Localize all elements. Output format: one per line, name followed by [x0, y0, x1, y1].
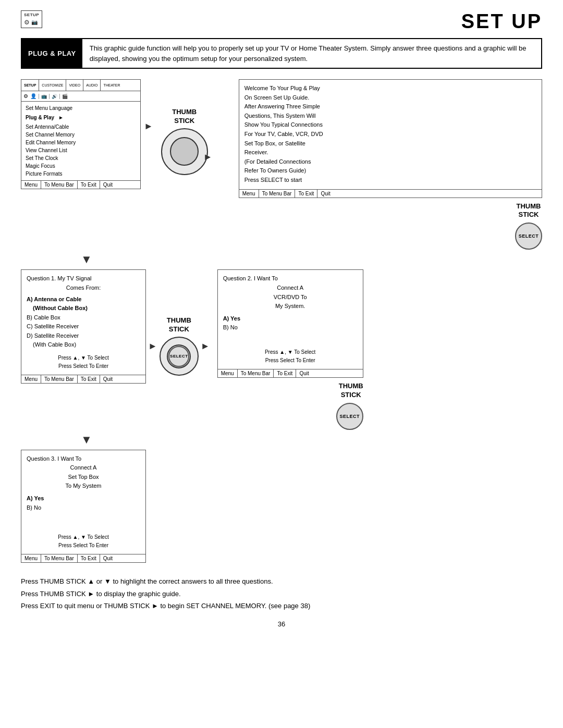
arrow-from-thumbstick: ► [203, 152, 213, 163]
select-btn-3[interactable]: SELECT [336, 403, 363, 430]
down-arrow-1: ▼ [81, 254, 92, 265]
tab-theater: THEATER [101, 80, 123, 91]
thumbstick-3-select[interactable]: SELECT [168, 346, 189, 367]
q3-subtitle2: Set Top Box [27, 473, 140, 482]
q3-instructions: Press ▲, ▼ To Select Press Select To Ent… [27, 533, 140, 550]
q3-title: Question 3. I Want To [27, 454, 140, 464]
menu-item-antenna: Set Antenna/Cable [26, 123, 136, 131]
question1-panel-area: Question 1. My TV Signal Comes From: A) … [21, 269, 146, 384]
q3-subtitle3: To My System [27, 482, 140, 491]
thumbstick-1-circle [161, 128, 208, 175]
bottom-line-3: Press EXIT to quit menu or THUMB STICK ►… [21, 600, 542, 612]
q3-subtitle: Connect A [27, 463, 140, 473]
q1-footer-toexit: To Exit [78, 375, 100, 383]
q3-footer-tomenubar: To Menu Bar [41, 554, 78, 562]
q1-subtitle: Comes From: [27, 283, 140, 293]
thumbstick-1-area: THUMB STICK ► [156, 108, 213, 163]
q1-d-note: (With Cable Box) [27, 340, 140, 350]
welcome-box-area: Welcome To Your Plug & Play On Screen Se… [239, 79, 542, 250]
welcome-footer: Menu To Menu Bar To Exit Quit [239, 189, 542, 198]
bottom-line-2: Press THUMB STICK ► to display the graph… [21, 588, 542, 600]
q1-a: A) Antenna or Cable [27, 295, 140, 304]
q2-subtitle2: VCR/DVD To [223, 293, 358, 302]
row-3: Question 3. I Want To Connect A Set Top … [21, 450, 542, 563]
screen-panel-1: SETUP CUSTOMIZE VIDEO AUDIO THEATER ⚙ 👤 … [21, 79, 141, 189]
thumbstick-2-area: THUMB STICK SELECT [515, 202, 542, 250]
select-btn-1[interactable]: SELECT [515, 223, 542, 250]
menu-item-channel-memory: Set Channel Memory [26, 131, 136, 139]
arrow-to-thumbstick-1: ► [141, 121, 156, 132]
question2-panel: Question 2. I Want To Connect A VCR/DVD … [217, 269, 363, 378]
down-arrow-2: ▼ [81, 434, 92, 446]
menu-item-clock: Set The Clock [26, 154, 136, 162]
q1-a-note: (Without Cable Box) [27, 304, 140, 313]
thumbstick-1-label: THUMB STICK [172, 108, 197, 126]
thumbstick-3-connector: ► THUMB STICK SELECT ► [146, 316, 212, 376]
thumbstick-4-area: THUMB STICK SELECT [217, 382, 363, 430]
tab-audio: AUDIO [83, 80, 101, 91]
footer-menu-1: Menu [21, 181, 41, 189]
q2-footer-toexit: To Exit [274, 369, 296, 377]
question2-panel-area: Question 2. I Want To Connect A VCR/DVD … [212, 269, 542, 429]
footer-toexit-1: To Exit [78, 181, 100, 189]
plug-play-label: PLUG & PLAY [22, 39, 82, 68]
welcome-footer-menu: Menu [239, 190, 259, 198]
screen-footer-1: Menu To Menu Bar To Exit Quit [21, 180, 140, 189]
page-number: 36 [21, 620, 542, 628]
q3-footer-menu: Menu [21, 554, 41, 562]
welcome-footer-quit: Quit [317, 190, 333, 198]
q2-title: Question 2. I Want To [223, 274, 358, 283]
question1-body: Question 1. My TV Signal Comes From: A) … [21, 270, 145, 375]
footer-tomenubar-1: To Menu Bar [41, 181, 78, 189]
down-arrow-row-1: ▼ [21, 254, 542, 265]
question3-panel: Question 3. I Want To Connect A Set Top … [21, 450, 146, 563]
question2-body: Question 2. I Want To Connect A VCR/DVD … [218, 270, 363, 369]
welcome-footer-toexit: To Exit [295, 190, 317, 198]
q2-instructions: Press ▲, ▼ To Select Press Select To Ent… [223, 348, 358, 365]
question3-panel-area: Question 3. I Want To Connect A Set Top … [21, 450, 146, 563]
tab-video: VIDEO [66, 80, 83, 91]
thumbstick-3-circle: SELECT [160, 337, 199, 376]
q1-d: D) Satellite Receiver [27, 331, 140, 341]
thumbstick-1-inner [170, 137, 199, 166]
tab-setup: SETUP [21, 80, 39, 91]
q1-c: C) Satellite Receiver [27, 322, 140, 331]
q1-footer-tomenubar: To Menu Bar [41, 375, 78, 383]
question3-body: Question 3. I Want To Connect A Set Top … [21, 450, 145, 554]
q2-footer: Menu To Menu Bar To Exit Quit [218, 369, 363, 377]
tab-customize: CUSTOMIZE [39, 80, 66, 91]
q2-subtitle: Connect A [223, 283, 358, 293]
bottom-line-1: Press THUMB STICK ▲ or ▼ to highlight th… [21, 575, 542, 587]
q1-b: B) Cable Box [27, 313, 140, 323]
menu-item-magic-focus: Magic Focus [26, 162, 136, 170]
row-2: Question 1. My TV Signal Comes From: A) … [21, 269, 542, 429]
q2-a: A) Yes [223, 314, 358, 324]
intro-section: PLUG & PLAY This graphic guide function … [21, 38, 542, 69]
q2-subtitle3: My System. [223, 302, 358, 311]
q2-footer-menu: Menu [218, 369, 238, 377]
menu-item-picture-formats: Picture Formats [26, 170, 136, 178]
thumbstick-4-label: THUMB STICK [339, 382, 363, 400]
menu-item-edit-channel: Edit Channel Memory [26, 139, 136, 146]
welcome-footer-tomenubar: To Menu Bar [259, 190, 296, 198]
menu-item-set-menu-language: Set Menu Language [26, 104, 136, 112]
question1-panel: Question 1. My TV Signal Comes From: A) … [21, 269, 146, 384]
page-title: SET UP [461, 10, 542, 33]
diagram-area: SETUP CUSTOMIZE VIDEO AUDIO THEATER ⚙ 👤 … [21, 79, 542, 563]
header: SETUP ⚙ 📷 SET UP [21, 10, 542, 33]
down-arrow-row-2: ▼ [21, 434, 542, 446]
bottom-text: Press THUMB STICK ▲ or ▼ to highlight th… [21, 575, 542, 612]
q1-title: Question 1. My TV Signal [27, 274, 140, 283]
setup-icon: SETUP ⚙ 📷 [21, 10, 42, 28]
q2-b: B) No [223, 323, 358, 332]
q3-footer: Menu To Menu Bar To Exit Quit [21, 554, 145, 562]
intro-text: This graphic guide function will help yo… [82, 39, 541, 68]
q3-footer-toexit: To Exit [78, 554, 100, 562]
q3-a: A) Yes [27, 494, 140, 503]
q1-instructions: Press ▲, ▼ To Select Press Select To Ent… [27, 354, 140, 371]
welcome-text: Welcome To Your Plug & Play On Screen Se… [239, 80, 542, 189]
thumbstick-2-label: THUMB STICK [517, 202, 541, 220]
q2-footer-quit: Quit [296, 369, 312, 377]
thumbstick-3-label: THUMB STICK [167, 316, 191, 334]
q3-b: B) No [27, 503, 140, 513]
